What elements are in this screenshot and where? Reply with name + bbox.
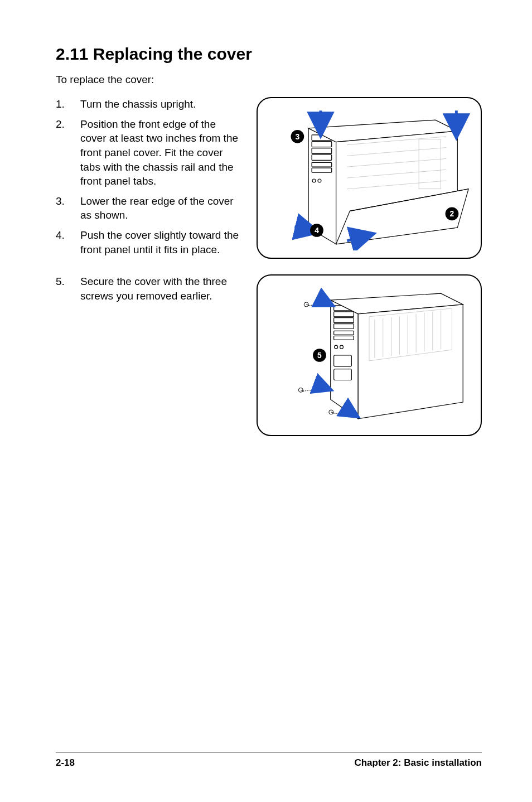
step-item: 1. Turn the chassis upright. (56, 97, 242, 112)
step-item: 3. Lower the rear edge of the cover as s… (56, 194, 242, 223)
step-item: 4. Push the cover slightly toward the fr… (56, 228, 242, 257)
page-number: 2-18 (56, 757, 75, 769)
step-number: 2. (56, 117, 80, 189)
illustration-column-2: 5 (257, 274, 482, 436)
svg-line-43 (315, 384, 324, 388)
badge-4: 4 (315, 226, 319, 235)
badge-5: 5 (317, 351, 322, 360)
step-item: 2. Position the front edge of the cover … (56, 117, 242, 189)
steps-column-1: 1. Turn the chassis upright. 2. Position… (56, 97, 242, 262)
illustration-screw-secure: 5 (257, 274, 482, 436)
steps-column-2: 5. Secure the cover with the three screw… (56, 274, 242, 436)
page-footer: 2-18 Chapter 2: Basic installation (56, 752, 482, 769)
step-text: Secure the cover with the three screws y… (80, 274, 242, 303)
step-number: 3. (56, 194, 80, 223)
step-text: Position the front edge of the cover at … (80, 117, 242, 189)
illustration-column-1: 3 2 4 (257, 97, 482, 262)
step-number: 1. (56, 97, 80, 112)
svg-line-40 (308, 303, 328, 306)
step-text: Turn the chassis upright. (80, 97, 242, 112)
step-text: Push the cover slightly toward the front… (80, 228, 242, 257)
svg-line-42 (303, 389, 328, 392)
step-number: 4. (56, 228, 80, 257)
section-heading: 2.11 Replacing the cover (56, 45, 482, 64)
badge-3: 3 (296, 132, 300, 141)
content-row-2: 5. Secure the cover with the three screw… (56, 274, 482, 436)
badge-2: 2 (450, 209, 454, 218)
chapter-label: Chapter 2: Basic installation (354, 757, 482, 769)
content-row-1: 1. Turn the chassis upright. 2. Position… (56, 97, 482, 262)
illustration-cover-placement: 3 2 4 (257, 97, 482, 259)
svg-line-41 (320, 299, 326, 302)
svg-line-16 (294, 226, 308, 230)
step-item: 5. Secure the cover with the three screw… (56, 274, 242, 303)
step-text: Lower the rear edge of the cover as show… (80, 194, 242, 223)
step-number: 5. (56, 274, 80, 303)
intro-text: To replace the cover: (56, 74, 482, 86)
